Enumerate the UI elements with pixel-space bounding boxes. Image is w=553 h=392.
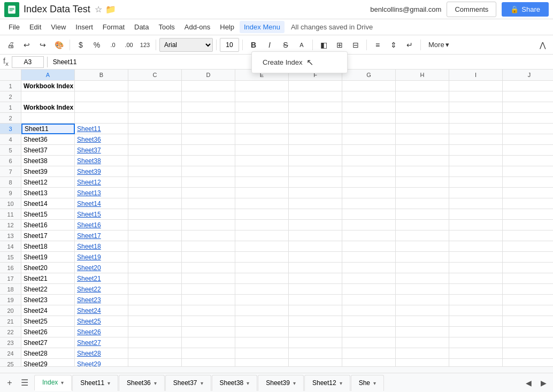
menu-file[interactable]: File [4, 21, 24, 33]
cell-d20[interactable] [182, 305, 235, 316]
cell-g11[interactable] [342, 209, 396, 220]
cell-i2[interactable] [449, 91, 503, 102]
link-Sheet24[interactable]: Sheet24 [77, 307, 101, 314]
cell-i6[interactable] [449, 156, 503, 166]
cell-h9[interactable] [396, 188, 449, 198]
cell-j2[interactable] [503, 91, 553, 102]
cell-c18[interactable] [128, 284, 182, 295]
cell-e15[interactable] [235, 252, 289, 263]
cell-j23[interactable] [503, 337, 553, 348]
cell-h20[interactable] [396, 305, 449, 316]
cell-b18[interactable]: Sheet22 [75, 284, 128, 295]
cell-i1[interactable] [449, 81, 503, 91]
cell-f17[interactable] [289, 273, 342, 284]
valign-button[interactable]: ⇕ [386, 37, 401, 52]
sheets-list-button[interactable]: ☰ [18, 376, 31, 389]
cell-d13[interactable] [182, 230, 235, 241]
cell-c19[interactable] [128, 295, 182, 305]
cell-i2[interactable] [449, 113, 503, 124]
cell-b15[interactable]: Sheet19 [75, 252, 128, 263]
cell-d5[interactable] [182, 145, 235, 156]
cell-h25[interactable] [396, 359, 449, 366]
tab-next-button[interactable]: ▶ [537, 376, 550, 389]
wrap-button[interactable]: ↵ [402, 37, 417, 52]
link-Sheet19[interactable]: Sheet19 [77, 253, 101, 261]
cell-c24[interactable] [128, 348, 182, 359]
cell-g1[interactable] [342, 81, 396, 91]
cell-d17[interactable] [182, 273, 235, 284]
tab-sheet38[interactable]: Sheet38 ▾ [212, 375, 258, 391]
cell-d11[interactable] [182, 209, 235, 220]
cell-c3[interactable] [128, 124, 182, 134]
cell-a13[interactable]: Sheet17 [21, 230, 75, 241]
cell-j1[interactable] [503, 81, 553, 91]
star-icon[interactable]: ☆ [95, 4, 102, 14]
cell-e1[interactable] [235, 81, 289, 91]
cell-i11[interactable] [449, 209, 503, 220]
cell-d21[interactable] [182, 316, 235, 327]
cell-h11[interactable] [396, 209, 449, 220]
cell-b17[interactable]: Sheet21 [75, 273, 128, 284]
cell-c15[interactable] [128, 252, 182, 263]
cell-d16[interactable] [182, 263, 235, 273]
cell-b10[interactable]: Sheet14 [75, 198, 128, 209]
cell-a3[interactable]: Sheet11 [21, 124, 75, 134]
cell-c14[interactable] [128, 241, 182, 252]
format-number-button[interactable]: 123 [137, 37, 152, 52]
cell-g8[interactable] [342, 177, 396, 188]
cell-g24[interactable] [342, 348, 396, 359]
cell-j13[interactable] [503, 230, 553, 241]
menu-view[interactable]: View [47, 21, 70, 33]
cell-b16[interactable]: Sheet20 [75, 263, 128, 273]
cell-f22[interactable] [289, 327, 342, 337]
cell-c23[interactable] [128, 337, 182, 348]
cell-i14[interactable] [449, 241, 503, 252]
cell-g9[interactable] [342, 188, 396, 198]
cell-j22[interactable] [503, 327, 553, 337]
cell-d23[interactable] [182, 337, 235, 348]
link-Sheet11[interactable]: Sheet11 [77, 125, 101, 133]
cell-c1[interactable] [128, 81, 182, 91]
cell-j6[interactable] [503, 156, 553, 166]
cell-h24[interactable] [396, 348, 449, 359]
cell-f24[interactable] [289, 348, 342, 359]
cell-b23[interactable]: Sheet27 [75, 337, 128, 348]
tab-prev-button[interactable]: ◀ [522, 376, 535, 389]
cell-b2[interactable] [75, 113, 128, 124]
cell-i9[interactable] [449, 188, 503, 198]
menu-tools[interactable]: Tools [154, 21, 179, 33]
col-header-b[interactable]: B [75, 70, 128, 80]
cell-f13[interactable] [289, 230, 342, 241]
cell-d7[interactable] [182, 166, 235, 177]
link-Sheet26[interactable]: Sheet26 [77, 328, 101, 336]
cell-e10[interactable] [235, 198, 289, 209]
cell-c12[interactable] [128, 220, 182, 230]
cell-e17[interactable] [235, 273, 289, 284]
tab-sheet12-arrow[interactable]: ▾ [340, 380, 342, 386]
cell-f19[interactable] [289, 295, 342, 305]
cell-c5[interactable] [128, 145, 182, 156]
cell-g21[interactable] [342, 316, 396, 327]
cell-g15[interactable] [342, 252, 396, 263]
cell-b12[interactable]: Sheet16 [75, 220, 128, 230]
cell-f9[interactable] [289, 188, 342, 198]
borders-button[interactable]: ⊞ [332, 37, 347, 52]
cell-e21[interactable] [235, 316, 289, 327]
cell-a22[interactable]: Sheet26 [21, 327, 75, 337]
cell-e2[interactable] [235, 113, 289, 124]
cell-f2[interactable] [289, 113, 342, 124]
cell-b1[interactable] [75, 102, 128, 113]
cell-a19[interactable]: Sheet23 [21, 295, 75, 305]
cell-i20[interactable] [449, 305, 503, 316]
cell-j3[interactable] [503, 124, 553, 134]
cell-g2[interactable] [342, 113, 396, 124]
link-Sheet14[interactable]: Sheet14 [77, 200, 101, 207]
cell-i5[interactable] [449, 145, 503, 156]
cell-e18[interactable] [235, 284, 289, 295]
cell-d3[interactable] [182, 124, 235, 134]
cell-d8[interactable] [182, 177, 235, 188]
align-button[interactable]: ≡ [370, 37, 385, 52]
tab-index-arrow[interactable]: ▾ [61, 380, 64, 386]
col-header-g[interactable]: G [342, 70, 396, 80]
cell-b7[interactable]: Sheet39 [75, 166, 128, 177]
